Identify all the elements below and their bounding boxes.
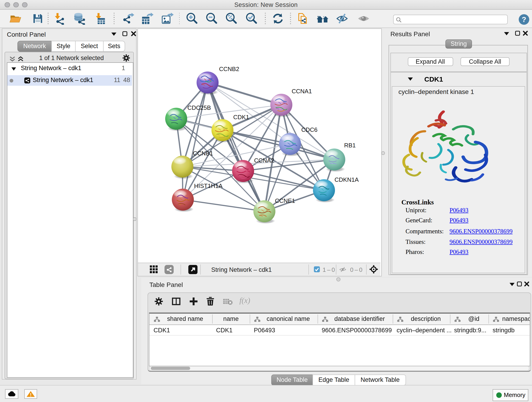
svg-text:CDC6: CDC6	[301, 126, 317, 133]
svg-text:CCNA2: CCNA2	[254, 157, 274, 164]
svg-text:CCNB1: CCNB1	[193, 150, 213, 157]
svg-text:CDK1: CDK1	[233, 114, 249, 121]
svg-text:RB1: RB1	[344, 142, 356, 149]
svg-text:CDKN1A: CDKN1A	[335, 176, 359, 183]
svg-text:CCNB2: CCNB2	[219, 65, 239, 72]
svg-text:CCNA1: CCNA1	[292, 88, 312, 95]
svg-text:CCNE1: CCNE1	[275, 197, 295, 204]
svg-text:CDC25B: CDC25B	[187, 104, 211, 111]
svg-text:HIST1H1A: HIST1H1A	[194, 182, 223, 189]
